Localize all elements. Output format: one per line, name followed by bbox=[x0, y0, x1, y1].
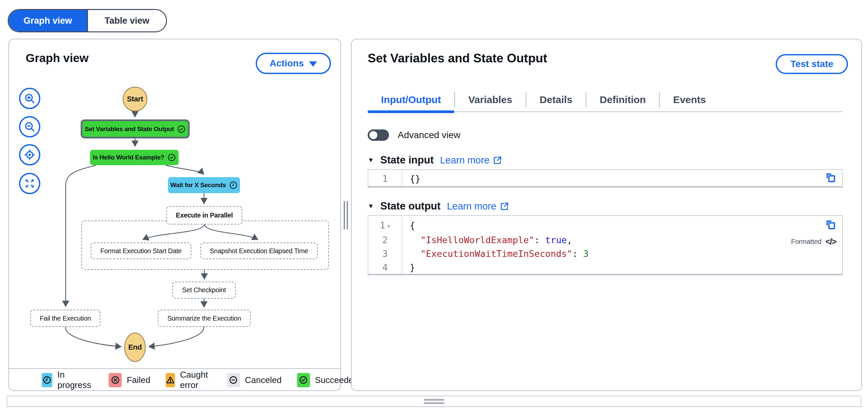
failed-x-circle-icon bbox=[108, 373, 122, 387]
graph-view-panel: Graph view Actions bbox=[8, 39, 341, 391]
check-circle-icon bbox=[177, 125, 186, 134]
code-view-icon: </> bbox=[825, 237, 836, 247]
collapse-caret-icon[interactable]: ▼ bbox=[368, 156, 374, 164]
fit-to-view-button[interactable] bbox=[19, 173, 40, 194]
tab-events[interactable]: Events bbox=[660, 88, 719, 111]
drag-handle-icon bbox=[424, 402, 444, 404]
legend-item-canceled: Canceled bbox=[227, 373, 282, 387]
graph-view-button[interactable]: Graph view bbox=[9, 10, 87, 31]
in-progress-clock-icon bbox=[42, 373, 52, 387]
copy-button[interactable] bbox=[825, 219, 837, 232]
formatted-badge[interactable]: Formatted </> bbox=[791, 237, 836, 247]
state-output-learn-more-link[interactable]: Learn more bbox=[447, 201, 509, 212]
state-input-learn-more-link[interactable]: Learn more bbox=[440, 155, 502, 166]
node-format-date[interactable]: Format Execution Start Date bbox=[91, 242, 191, 259]
caught-error-warning-icon bbox=[166, 373, 175, 387]
code-text: "IsHelloWorldExample": true, bbox=[402, 233, 572, 247]
table-view-button[interactable]: Table view bbox=[87, 10, 166, 31]
code-line: 4} bbox=[368, 261, 842, 274]
node-execute-parallel[interactable]: Execute in Parallel bbox=[166, 206, 242, 225]
state-detail-panel: Set Variables and State Output Test stat… bbox=[351, 39, 862, 391]
state-output-header: ▼ State output Learn more bbox=[368, 200, 509, 212]
advanced-view-label: Advanced view bbox=[398, 130, 460, 141]
detail-tabs: Input/Output Variables Details Definitio… bbox=[368, 88, 843, 112]
center-view-button[interactable] bbox=[19, 144, 40, 166]
node-wait[interactable]: Wait for X Seconds bbox=[168, 177, 240, 193]
caret-down-icon bbox=[309, 61, 317, 67]
status-legend: In progress Failed Caught error bbox=[9, 368, 340, 391]
learn-more-label: Learn more bbox=[447, 201, 496, 212]
node-is-hello-world[interactable]: Is Hello World Example? bbox=[90, 150, 179, 165]
line-number: 2 bbox=[368, 233, 402, 247]
tab-definition[interactable]: Definition bbox=[586, 88, 659, 111]
copy-button[interactable] bbox=[825, 172, 837, 184]
panel-splitter-handle[interactable] bbox=[344, 201, 345, 230]
tab-input-output[interactable]: Input/Output bbox=[368, 88, 454, 111]
node-set-checkpoint[interactable]: Set Checkpoint bbox=[172, 282, 236, 299]
external-link-icon bbox=[493, 155, 502, 165]
code-line: 1▾{ bbox=[368, 218, 842, 233]
state-detail-title: Set Variables and State Output bbox=[368, 51, 547, 65]
state-input-editor[interactable]: 1{} bbox=[368, 169, 843, 187]
bottom-resize-bar[interactable] bbox=[7, 396, 861, 407]
state-input-title: State input bbox=[380, 154, 434, 166]
tab-variables[interactable]: Variables bbox=[455, 88, 526, 111]
zoom-in-icon bbox=[24, 92, 36, 105]
actions-button-label: Actions bbox=[270, 58, 304, 69]
actions-button[interactable]: Actions bbox=[256, 53, 331, 74]
legend-label: In progress bbox=[57, 370, 93, 390]
formatted-label: Formatted bbox=[791, 238, 822, 245]
code-line: 2 "IsHelloWorldExample": true, bbox=[368, 233, 842, 247]
zoom-out-button[interactable] bbox=[19, 116, 40, 138]
copy-icon bbox=[825, 172, 837, 184]
zoom-in-button[interactable] bbox=[19, 88, 40, 109]
canceled-minus-circle-icon bbox=[227, 373, 240, 387]
node-wait-label: Wait for X Seconds bbox=[170, 181, 226, 189]
clock-icon bbox=[229, 181, 238, 189]
drag-handle-icon bbox=[424, 399, 444, 401]
learn-more-label: Learn more bbox=[440, 155, 489, 166]
legend-item-caught-error: Caught error bbox=[166, 370, 212, 390]
code-line: 1{} bbox=[368, 171, 842, 187]
external-link-icon bbox=[500, 202, 509, 211]
state-input-header: ▼ State input Learn more bbox=[368, 154, 502, 166]
state-output-editor[interactable]: Formatted </> 1▾{2 "IsHelloWorldExample"… bbox=[368, 215, 843, 275]
line-number: 1 bbox=[368, 171, 402, 187]
legend-item-in-progress: In progress bbox=[42, 370, 93, 390]
code-line: 3 "ExecutionWaitTimeInSeconds": 3 bbox=[368, 247, 842, 261]
node-summarize[interactable]: Summarize the Execution bbox=[158, 309, 251, 327]
node-snapshot-elapsed[interactable]: Snapshot Execution Elapsed Time bbox=[200, 242, 318, 259]
succeeded-check-circle-icon bbox=[297, 373, 310, 387]
fold-caret-icon[interactable]: ▾ bbox=[388, 223, 390, 229]
state-output-title: State output bbox=[380, 200, 441, 212]
page: Graph view Table view Graph view Actions bbox=[0, 0, 868, 413]
tab-details[interactable]: Details bbox=[526, 88, 586, 111]
expand-arrows-icon bbox=[24, 177, 36, 189]
legend-item-succeeded: Succeeded bbox=[297, 373, 358, 387]
legend-label: Caught error bbox=[180, 370, 212, 390]
crosshair-target-icon bbox=[24, 149, 36, 161]
legend-label: Canceled bbox=[245, 375, 282, 385]
legend-item-failed: Failed bbox=[108, 373, 150, 387]
node-start[interactable]: Start bbox=[123, 87, 147, 111]
view-mode-toggle: Graph view Table view bbox=[8, 9, 167, 32]
zoom-out-icon bbox=[24, 121, 36, 133]
node-set-variables-label: Set Variables and State Output bbox=[85, 125, 174, 133]
copy-icon bbox=[825, 219, 837, 231]
line-number: 4 bbox=[368, 261, 402, 274]
collapse-caret-icon[interactable]: ▼ bbox=[368, 203, 374, 210]
code-text: "ExecutionWaitTimeInSeconds": 3 bbox=[402, 247, 588, 261]
node-set-variables[interactable]: Set Variables and State Output bbox=[81, 119, 190, 139]
check-circle-icon bbox=[167, 153, 176, 162]
node-end[interactable]: End bbox=[124, 333, 146, 362]
panel-splitter-handle[interactable] bbox=[347, 201, 348, 230]
advanced-view-toggle[interactable] bbox=[368, 129, 389, 141]
advanced-view-row: Advanced view bbox=[368, 129, 460, 141]
legend-label: Failed bbox=[127, 375, 150, 385]
test-state-button[interactable]: Test state bbox=[776, 54, 848, 74]
graph-panel-title: Graph view bbox=[26, 51, 89, 65]
code-text: {} bbox=[402, 171, 421, 187]
line-number: 3 bbox=[368, 247, 402, 261]
node-fail[interactable]: Fail the Execution bbox=[30, 309, 100, 327]
toggle-knob bbox=[369, 131, 377, 139]
